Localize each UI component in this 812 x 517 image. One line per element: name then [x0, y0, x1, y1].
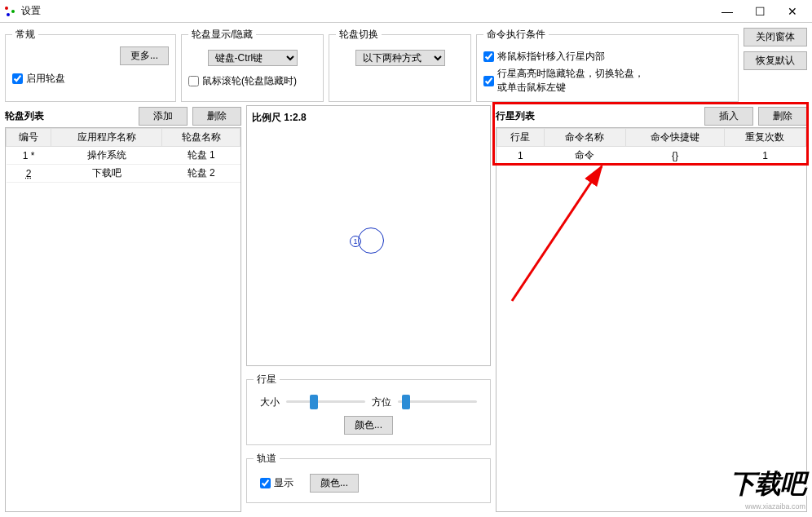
switch-legend: 轮盘切换: [336, 28, 382, 42]
general-legend: 常规: [12, 28, 38, 42]
direction-label: 方位: [372, 395, 391, 409]
close-button[interactable]: ✕: [776, 2, 809, 21]
enable-wheel-input[interactable]: [12, 73, 23, 84]
scale-box: 比例尺 1:2.8 1: [246, 105, 491, 366]
switch-group: 轮盘切换 以下两种方式: [329, 28, 471, 102]
condition-opt1-input[interactable]: [483, 51, 494, 62]
window-title: 设置: [21, 4, 41, 18]
size-slider[interactable]: [286, 395, 365, 409]
orbit-color-button[interactable]: 颜色...: [310, 474, 359, 493]
orbit-group: 轨道 显示 颜色...: [246, 452, 491, 503]
planet-list-title: 行星列表: [496, 109, 699, 123]
general-group: 常规 更多... 启用轮盘: [5, 28, 176, 102]
condition-opt2-input[interactable]: [483, 76, 494, 86]
watermark: 下载吧 www.xiazaiba.com: [730, 466, 805, 510]
mouse-scroll-checkbox[interactable]: 鼠标滚轮(轮盘隐藏时): [188, 74, 316, 88]
display-group: 轮盘显示/隐藏 键盘-Ctrl键 鼠标滚轮(轮盘隐藏时): [181, 28, 324, 102]
planet-insert-button[interactable]: 插入: [704, 107, 753, 126]
planet-color-button[interactable]: 颜色...: [344, 416, 393, 435]
orbit-show-input[interactable]: [260, 478, 271, 488]
app-icon: [3, 5, 16, 18]
restore-default-button[interactable]: 恢复默认: [744, 51, 807, 70]
condition-legend: 命令执行条件: [483, 28, 549, 42]
enable-wheel-checkbox[interactable]: 启用轮盘: [12, 72, 169, 86]
minimize-button[interactable]: —: [711, 2, 744, 21]
condition-opt2-checkbox[interactable]: 行星高亮时隐藏轮盘，切换轮盘，或单击鼠标左键: [483, 67, 731, 95]
wheel-list-title: 轮盘列表: [5, 109, 134, 123]
planet-table[interactable]: 行星 命令名称 命令快捷键 重复次数 1 命令 {} 1: [496, 127, 807, 512]
display-legend: 轮盘显示/隐藏: [188, 28, 256, 42]
wheel-table[interactable]: 编号 应用程序名称 轮盘名称 1 * 操作系统 轮盘 1 2 下载吧: [5, 127, 241, 512]
wheel-add-button[interactable]: 添加: [139, 107, 188, 126]
switch-dropdown[interactable]: 以下两种方式: [355, 50, 445, 66]
size-label: 大小: [260, 395, 280, 409]
planet-legend: 行星: [254, 373, 280, 387]
orbit-legend: 轨道: [254, 452, 280, 466]
mouse-scroll-input[interactable]: [188, 76, 199, 86]
display-dropdown[interactable]: 键盘-Ctrl键: [208, 50, 298, 66]
table-row[interactable]: 2 下载吧 轮盘 2: [7, 165, 241, 183]
close-window-button[interactable]: 关闭窗体: [744, 28, 807, 46]
condition-opt1-checkbox[interactable]: 将鼠标指针移入行星内部: [483, 50, 731, 64]
more-button[interactable]: 更多...: [120, 46, 169, 65]
scale-title: 比例尺 1:2.8: [252, 111, 485, 125]
table-row[interactable]: 1 * 操作系统 轮盘 1: [7, 147, 241, 165]
planet-group: 行星 大小 方位 颜色...: [246, 373, 491, 445]
titlebar: 设置 — ☐ ✕: [0, 0, 812, 23]
table-row[interactable]: 1 命令 {} 1: [497, 147, 806, 165]
planet-delete-button[interactable]: 删除: [758, 107, 807, 126]
condition-group: 命令执行条件 将鼠标指针移入行星内部 行星高亮时隐藏轮盘，切换轮盘，或单击鼠标左…: [476, 28, 739, 102]
wheel-delete-button[interactable]: 删除: [192, 107, 241, 126]
direction-slider[interactable]: [398, 395, 477, 409]
maximize-button[interactable]: ☐: [744, 2, 776, 21]
orbit-show-checkbox[interactable]: 显示: [260, 476, 293, 490]
planet-circle: [358, 228, 384, 254]
